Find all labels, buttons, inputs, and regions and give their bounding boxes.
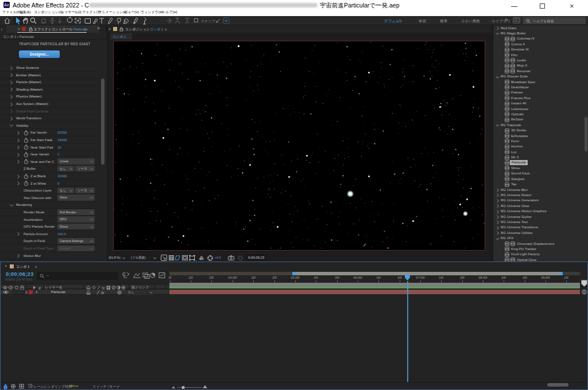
svg-text:fx: fx [101,291,105,295]
svg-text:fx: fx [102,286,105,290]
